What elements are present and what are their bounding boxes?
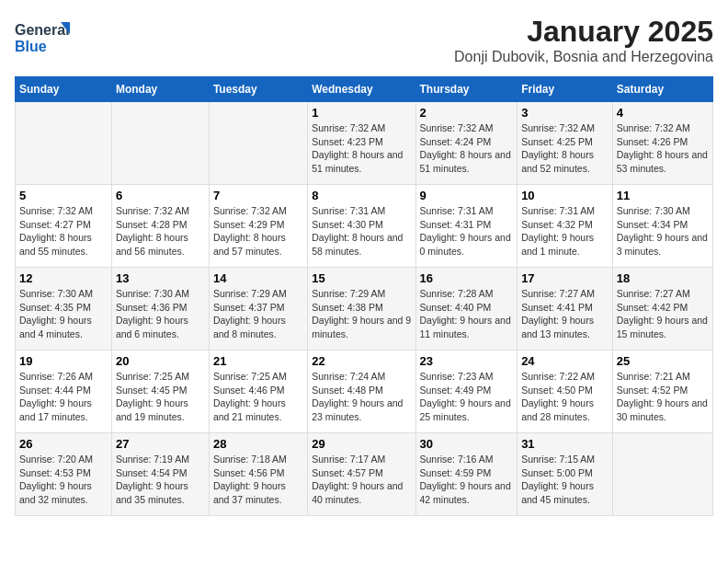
calendar-day-cell: 15Sunrise: 7:29 AMSunset: 4:38 PMDayligh… (308, 268, 415, 350)
day-number: 10 (521, 189, 609, 202)
calendar-day-cell (111, 102, 209, 185)
day-info: Sunrise: 7:29 AMSunset: 4:38 PMDaylight:… (312, 287, 411, 341)
day-number: 4 (617, 106, 709, 120)
weekday-header-row: SundayMondayTuesdayWednesdayThursdayFrid… (16, 77, 713, 102)
day-info: Sunrise: 7:20 AMSunset: 4:53 PMDaylight:… (19, 453, 108, 507)
day-info: Sunrise: 7:31 AMSunset: 4:30 PMDaylight:… (312, 204, 411, 259)
day-info: Sunrise: 7:25 AMSunset: 4:45 PMDaylight:… (116, 370, 205, 424)
day-number: 20 (116, 354, 205, 368)
day-number: 11 (617, 189, 709, 202)
location-subtitle: Donji Dubovik, Bosnia and Herzegovina (454, 49, 713, 65)
day-number: 16 (420, 271, 514, 285)
day-info: Sunrise: 7:15 AMSunset: 5:00 PMDaylight:… (521, 453, 609, 507)
day-info: Sunrise: 7:27 AMSunset: 4:42 PMDaylight:… (617, 287, 709, 341)
day-number: 9 (420, 189, 514, 202)
day-info: Sunrise: 7:26 AMSunset: 4:44 PMDaylight:… (19, 370, 108, 424)
day-number: 2 (420, 106, 514, 120)
calendar-day-cell: 27Sunrise: 7:19 AMSunset: 4:54 PMDayligh… (111, 433, 209, 516)
weekday-header-cell: Thursday (415, 77, 518, 102)
day-info: Sunrise: 7:29 AMSunset: 4:37 PMDaylight:… (213, 287, 303, 341)
day-info: Sunrise: 7:17 AMSunset: 4:57 PMDaylight:… (312, 453, 411, 507)
day-info: Sunrise: 7:31 AMSunset: 4:32 PMDaylight:… (521, 204, 609, 259)
calendar-day-cell: 5Sunrise: 7:32 AMSunset: 4:27 PMDaylight… (16, 185, 112, 268)
day-number: 28 (213, 437, 303, 451)
logo: General Blue (15, 15, 70, 61)
calendar-day-cell: 25Sunrise: 7:21 AMSunset: 4:52 PMDayligh… (612, 350, 712, 433)
day-info: Sunrise: 7:32 AMSunset: 4:26 PMDaylight:… (617, 121, 709, 176)
day-number: 17 (521, 271, 609, 285)
calendar-day-cell: 7Sunrise: 7:32 AMSunset: 4:29 PMDaylight… (209, 185, 307, 268)
weekday-header-cell: Saturday (612, 77, 712, 102)
day-number: 5 (19, 189, 108, 202)
month-year-title: January 2025 (454, 15, 713, 49)
day-number: 14 (213, 271, 303, 285)
calendar-day-cell: 12Sunrise: 7:30 AMSunset: 4:35 PMDayligh… (16, 268, 112, 350)
day-number: 12 (19, 271, 108, 285)
day-number: 26 (19, 437, 108, 451)
day-number: 29 (312, 437, 411, 451)
day-info: Sunrise: 7:32 AMSunset: 4:23 PMDaylight:… (312, 121, 411, 176)
day-info: Sunrise: 7:31 AMSunset: 4:31 PMDaylight:… (420, 204, 514, 259)
calendar-day-cell: 14Sunrise: 7:29 AMSunset: 4:37 PMDayligh… (209, 268, 307, 350)
day-info: Sunrise: 7:32 AMSunset: 4:24 PMDaylight:… (420, 121, 514, 176)
day-number: 13 (116, 271, 205, 285)
calendar-body: 1Sunrise: 7:32 AMSunset: 4:23 PMDaylight… (16, 102, 713, 516)
calendar-day-cell: 31Sunrise: 7:15 AMSunset: 5:00 PMDayligh… (518, 433, 613, 516)
calendar-week-row: 26Sunrise: 7:20 AMSunset: 4:53 PMDayligh… (16, 433, 713, 516)
weekday-header-cell: Wednesday (308, 77, 415, 102)
calendar-day-cell: 24Sunrise: 7:22 AMSunset: 4:50 PMDayligh… (518, 350, 613, 433)
day-number: 21 (213, 354, 303, 368)
day-number: 31 (521, 437, 609, 451)
calendar-day-cell (16, 102, 112, 185)
day-number: 1 (312, 106, 411, 120)
day-info: Sunrise: 7:25 AMSunset: 4:46 PMDaylight:… (213, 370, 303, 424)
day-info: Sunrise: 7:22 AMSunset: 4:50 PMDaylight:… (521, 370, 609, 424)
page-header: General Blue January 2025 Donji Dubovik,… (15, 15, 713, 65)
day-number: 6 (116, 189, 205, 202)
day-number: 24 (521, 354, 609, 368)
calendar-day-cell: 19Sunrise: 7:26 AMSunset: 4:44 PMDayligh… (16, 350, 112, 433)
day-number: 19 (19, 354, 108, 368)
svg-text:Blue: Blue (15, 39, 47, 54)
day-info: Sunrise: 7:28 AMSunset: 4:40 PMDaylight:… (420, 287, 514, 341)
calendar-day-cell: 18Sunrise: 7:27 AMSunset: 4:42 PMDayligh… (612, 268, 712, 350)
calendar-day-cell: 9Sunrise: 7:31 AMSunset: 4:31 PMDaylight… (415, 185, 518, 268)
calendar-day-cell: 28Sunrise: 7:18 AMSunset: 4:56 PMDayligh… (209, 433, 307, 516)
day-number: 3 (521, 106, 609, 120)
calendar-day-cell: 17Sunrise: 7:27 AMSunset: 4:41 PMDayligh… (518, 268, 613, 350)
day-info: Sunrise: 7:32 AMSunset: 4:27 PMDaylight:… (19, 204, 108, 259)
day-number: 23 (420, 354, 514, 368)
calendar-day-cell (209, 102, 307, 185)
day-info: Sunrise: 7:21 AMSunset: 4:52 PMDaylight:… (617, 370, 709, 424)
day-info: Sunrise: 7:32 AMSunset: 4:29 PMDaylight:… (213, 204, 303, 259)
day-number: 15 (312, 271, 411, 285)
calendar-week-row: 19Sunrise: 7:26 AMSunset: 4:44 PMDayligh… (16, 350, 713, 433)
weekday-header-cell: Tuesday (209, 77, 307, 102)
day-info: Sunrise: 7:30 AMSunset: 4:36 PMDaylight:… (116, 287, 205, 341)
calendar-day-cell: 3Sunrise: 7:32 AMSunset: 4:25 PMDaylight… (518, 102, 613, 185)
day-info: Sunrise: 7:24 AMSunset: 4:48 PMDaylight:… (312, 370, 411, 424)
calendar-week-row: 5Sunrise: 7:32 AMSunset: 4:27 PMDaylight… (16, 185, 713, 268)
day-info: Sunrise: 7:32 AMSunset: 4:28 PMDaylight:… (116, 204, 205, 259)
logo-icon: General Blue (15, 15, 70, 61)
calendar-day-cell (612, 433, 712, 516)
day-number: 7 (213, 189, 303, 202)
calendar-day-cell: 22Sunrise: 7:24 AMSunset: 4:48 PMDayligh… (308, 350, 415, 433)
weekday-header-cell: Monday (111, 77, 209, 102)
calendar-day-cell: 13Sunrise: 7:30 AMSunset: 4:36 PMDayligh… (111, 268, 209, 350)
calendar-day-cell: 1Sunrise: 7:32 AMSunset: 4:23 PMDaylight… (308, 102, 415, 185)
day-number: 25 (617, 354, 709, 368)
calendar-day-cell: 10Sunrise: 7:31 AMSunset: 4:32 PMDayligh… (518, 185, 613, 268)
day-number: 18 (617, 271, 709, 285)
calendar-day-cell: 2Sunrise: 7:32 AMSunset: 4:24 PMDaylight… (415, 102, 518, 185)
calendar-day-cell: 6Sunrise: 7:32 AMSunset: 4:28 PMDaylight… (111, 185, 209, 268)
day-number: 8 (312, 189, 411, 202)
calendar-day-cell: 11Sunrise: 7:30 AMSunset: 4:34 PMDayligh… (612, 185, 712, 268)
day-info: Sunrise: 7:32 AMSunset: 4:25 PMDaylight:… (521, 121, 609, 176)
title-block: January 2025 Donji Dubovik, Bosnia and H… (454, 15, 713, 65)
calendar-day-cell: 26Sunrise: 7:20 AMSunset: 4:53 PMDayligh… (16, 433, 112, 516)
calendar-day-cell: 4Sunrise: 7:32 AMSunset: 4:26 PMDaylight… (612, 102, 712, 185)
day-info: Sunrise: 7:18 AMSunset: 4:56 PMDaylight:… (213, 453, 303, 507)
day-info: Sunrise: 7:19 AMSunset: 4:54 PMDaylight:… (116, 453, 205, 507)
calendar-day-cell: 16Sunrise: 7:28 AMSunset: 4:40 PMDayligh… (415, 268, 518, 350)
